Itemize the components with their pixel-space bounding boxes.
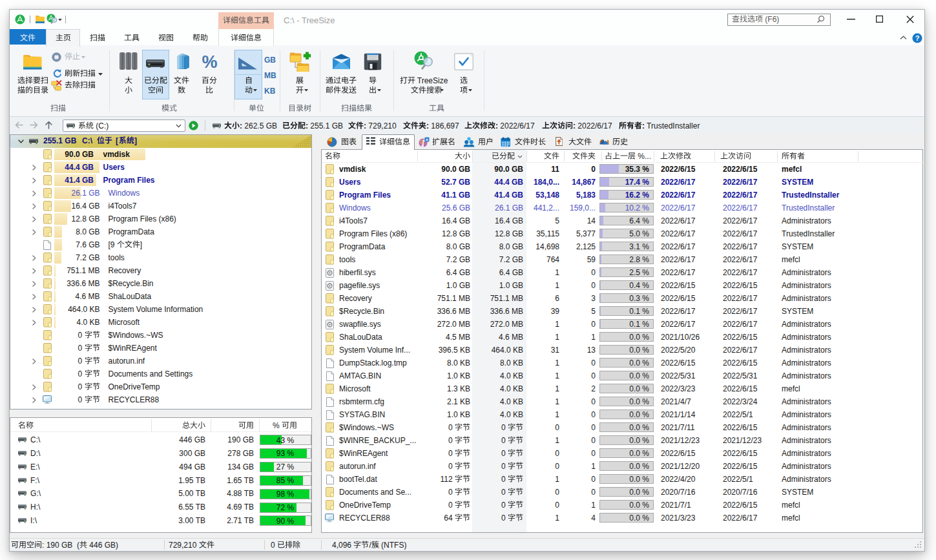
svg-text:%: %	[202, 52, 217, 70]
svg-text:?: ?	[915, 34, 920, 42]
